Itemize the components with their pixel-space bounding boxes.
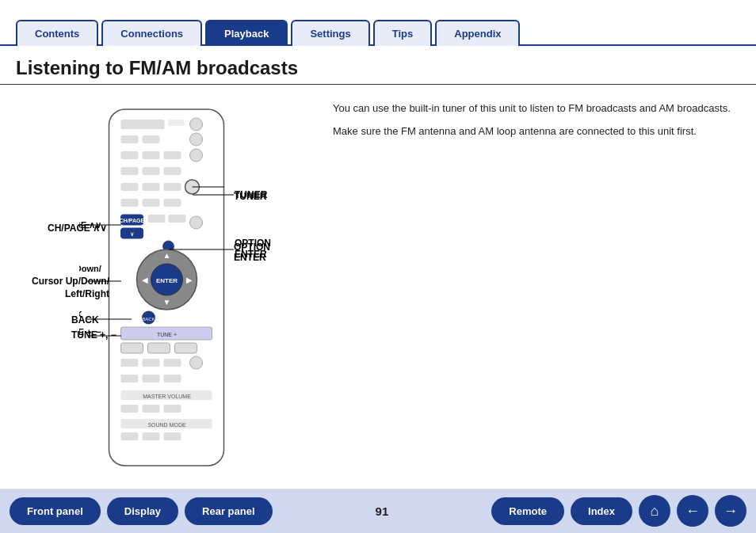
svg-point-10 [190, 149, 203, 162]
svg-point-3 [190, 118, 203, 131]
svg-point-27 [190, 216, 203, 229]
page-title: Listening to FM/AM broadcasts [0, 46, 756, 85]
tab-settings[interactable]: Settings [291, 20, 369, 46]
svg-text:∨: ∨ [130, 231, 134, 237]
tab-appendix[interactable]: Appendix [435, 20, 520, 46]
description-area: You can use the built-in tuner of this u… [333, 97, 740, 500]
svg-point-6 [190, 133, 203, 146]
svg-rect-54 [164, 405, 181, 413]
svg-rect-7 [121, 151, 139, 159]
svg-text:SOUND MODE: SOUND MODE [147, 422, 186, 428]
svg-text:▼: ▼ [163, 298, 171, 306]
svg-text:MASTER VOLUME: MASTER VOLUME [143, 394, 191, 399]
svg-rect-41 [148, 343, 170, 353]
index-button[interactable]: Index [571, 497, 632, 525]
cursor-label: Cursor Up/Down/ Left/Right [32, 276, 109, 300]
svg-rect-4 [121, 135, 139, 143]
svg-rect-13 [164, 167, 181, 175]
svg-rect-20 [164, 199, 181, 207]
tune-label: TUNE +, − [71, 329, 116, 341]
tuner-label: TUNER [234, 191, 266, 202]
svg-rect-58 [143, 432, 160, 440]
svg-text:▲: ▲ [163, 251, 171, 260]
nav-tabs: Contents Connections Playback Settings T… [0, 0, 756, 46]
bottom-navigation: Front panel Display Rear panel 91 Remote… [0, 489, 756, 533]
svg-rect-57 [121, 432, 139, 440]
svg-rect-1 [121, 120, 165, 129]
svg-rect-52 [121, 405, 139, 413]
svg-rect-2 [169, 120, 185, 126]
description-text-2: Make sure the FM antenna and AM loop ant… [333, 124, 740, 140]
svg-rect-44 [143, 359, 160, 367]
svg-text:▶: ▶ [186, 276, 193, 284]
remote-svg: CH/PAGE ∨ ENTER ▲ ▼ ◀ ▶ BACK [103, 105, 230, 470]
svg-rect-25 [148, 215, 166, 223]
svg-text:BACK: BACK [142, 317, 155, 322]
ch-page-label: CH/PAGE ∧∨ [48, 223, 107, 234]
description-text-1: You can use the built-in tuner of this u… [333, 101, 740, 117]
svg-rect-16 [143, 183, 160, 191]
svg-rect-49 [164, 375, 181, 383]
svg-point-46 [190, 356, 203, 369]
svg-rect-18 [121, 199, 139, 207]
home-button[interactable]: ⌂ [639, 495, 670, 527]
remote-button[interactable]: Remote [491, 497, 564, 525]
svg-rect-43 [121, 359, 139, 367]
svg-rect-8 [143, 151, 160, 159]
svg-rect-40 [121, 343, 143, 353]
svg-text:◀: ◀ [142, 276, 148, 284]
svg-rect-17 [164, 183, 181, 191]
svg-rect-45 [164, 359, 181, 367]
svg-text:Cursor Up/Down/: Cursor Up/Down/ [79, 264, 101, 273]
option-label: OPTION [234, 242, 270, 253]
remote-container: CH/PAGE ∨ ENTER ▲ ▼ ◀ ▶ BACK [79, 105, 317, 473]
main-content: CH/PAGE ∨ ENTER ▲ ▼ ◀ ▶ BACK [0, 85, 756, 512]
tab-connections[interactable]: Connections [101, 20, 202, 46]
svg-rect-48 [143, 375, 160, 383]
enter-label: ENTER [234, 252, 266, 263]
svg-rect-5 [143, 135, 160, 143]
svg-rect-12 [143, 167, 160, 175]
svg-rect-59 [164, 432, 181, 440]
svg-text:TUNE +: TUNE + [157, 332, 177, 337]
svg-rect-9 [164, 151, 181, 159]
tab-contents[interactable]: Contents [16, 20, 98, 46]
svg-rect-53 [143, 405, 160, 413]
svg-rect-19 [143, 199, 160, 207]
bottom-nav-left: Front panel Display Rear panel [10, 497, 273, 525]
back-button[interactable]: ← [677, 495, 708, 527]
forward-button[interactable]: → [715, 495, 746, 527]
back-label: BACK [71, 314, 99, 326]
page-number: 91 [376, 504, 389, 518]
rear-panel-button[interactable]: Rear panel [185, 497, 272, 525]
tab-tips[interactable]: Tips [373, 20, 433, 46]
svg-rect-15 [121, 183, 139, 191]
svg-rect-11 [121, 167, 139, 175]
svg-rect-47 [121, 375, 139, 383]
svg-text:ENTER: ENTER [156, 277, 178, 284]
svg-rect-26 [169, 215, 186, 223]
svg-rect-42 [175, 343, 197, 353]
remote-illustration: CH/PAGE ∨ ENTER ▲ ▼ ◀ ▶ BACK [16, 97, 317, 500]
front-panel-button[interactable]: Front panel [10, 497, 101, 525]
svg-text:CH/PAGE: CH/PAGE [120, 218, 145, 223]
tab-playback[interactable]: Playback [205, 20, 288, 46]
bottom-nav-right: Remote Index ⌂ ← → [491, 495, 746, 527]
display-button[interactable]: Display [107, 497, 178, 525]
